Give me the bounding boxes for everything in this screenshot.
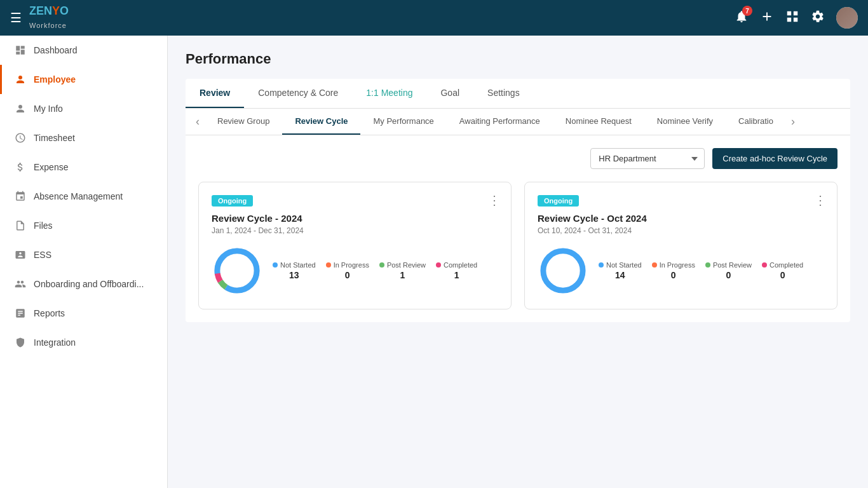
- sub-tab-myperformance[interactable]: My Performance: [360, 109, 446, 135]
- settings-icon[interactable]: [811, 10, 825, 27]
- sub-tab-nomineeverify[interactable]: Nominee Verify: [644, 109, 726, 135]
- card1-inprogress-count: 0: [345, 270, 350, 280]
- notification-button[interactable]: 7: [735, 10, 749, 26]
- svg-point-6: [543, 251, 583, 290]
- menu-icon[interactable]: ☰: [10, 10, 22, 25]
- card1-date: Jan 1, 2024 - Dec 31, 2024: [212, 226, 498, 235]
- tab-review[interactable]: Review: [186, 79, 244, 108]
- avatar[interactable]: [836, 7, 858, 29]
- card1-donut: [212, 245, 262, 296]
- card2-completed-count: 0: [780, 270, 785, 280]
- post-review-dot2: [705, 262, 710, 268]
- card2-legend-notstarted: Not Started 14: [599, 261, 642, 280]
- sidebar-item-expense[interactable]: Expense: [0, 152, 167, 182]
- logo: ZENYO Workforce: [29, 4, 69, 31]
- sidebar-item-ess[interactable]: ESS: [0, 240, 167, 269]
- card1-title: Review Cycle - 2024: [212, 213, 498, 224]
- card2-legend: Not Started 14 In Progress 0: [599, 261, 803, 280]
- card1-legend-completed: Completed 1: [436, 261, 477, 280]
- topbar: ☰ ZENYO Workforce 7: [0, 0, 868, 36]
- card2-postreview-count: 0: [726, 270, 731, 280]
- card2-date: Oct 10, 2024 - Oct 31, 2024: [538, 226, 824, 235]
- sub-tab-reviewcycle[interactable]: Review Cycle: [282, 109, 360, 135]
- department-select[interactable]: HR Department Engineering Sales Marketin…: [590, 148, 705, 169]
- card1-stats: Not Started 13 In Progress 0: [212, 245, 498, 296]
- sidebar-item-employee[interactable]: Employee: [0, 65, 167, 94]
- post-review-dot: [379, 262, 384, 268]
- tab-settings[interactable]: Settings: [473, 79, 534, 108]
- svg-point-1: [18, 105, 22, 109]
- card2-donut: [538, 245, 588, 296]
- sidebar-item-myinfo[interactable]: My Info: [0, 94, 167, 123]
- sub-tab-prev-button[interactable]: ‹: [191, 110, 205, 133]
- sub-tabs: Review Group Review Cycle My Performance…: [205, 109, 786, 135]
- create-adhoc-button[interactable]: Create ad-hoc Review Cycle: [712, 148, 837, 169]
- card1-postreview-count: 1: [400, 270, 405, 280]
- completed-dot: [436, 262, 441, 268]
- sidebar: Dashboard Employee My Info Timesheet Exp…: [0, 36, 168, 488]
- sidebar-item-files[interactable]: Files: [0, 211, 167, 240]
- toolbar: HR Department Engineering Sales Marketin…: [198, 148, 837, 169]
- main-tabs: Review Competency & Core 1:1 Meeting Goa…: [186, 79, 850, 109]
- review-cycle-card-2: Ongoing ⋮ Review Cycle - Oct 2024 Oct 10…: [524, 182, 837, 309]
- sidebar-item-timesheet[interactable]: Timesheet: [0, 123, 167, 152]
- main-content: Performance Review Competency & Core 1:1…: [168, 36, 868, 488]
- card2-legend-postreview: Post Review 0: [705, 261, 752, 280]
- tab-competency[interactable]: Competency & Core: [244, 79, 352, 108]
- not-started-dot: [273, 262, 278, 268]
- svg-point-0: [18, 76, 22, 79]
- sub-tabs-wrapper: ‹ Review Group Review Cycle My Performan…: [186, 109, 850, 135]
- topbar-actions: 7: [735, 7, 858, 29]
- card1-completed-count: 1: [454, 270, 459, 280]
- sidebar-item-onboarding[interactable]: Onboarding and Offboardi...: [0, 269, 167, 299]
- card1-legend-postreview: Post Review 1: [379, 261, 426, 280]
- sidebar-item-absence[interactable]: Absence Management: [0, 182, 167, 211]
- sub-tab-nominee[interactable]: Nominee Request: [553, 109, 644, 135]
- sidebar-item-reports[interactable]: Reports: [0, 299, 167, 328]
- card2-legend-completed: Completed 0: [762, 261, 803, 280]
- tab-goal[interactable]: Goal: [426, 79, 473, 108]
- sidebar-item-dashboard[interactable]: Dashboard: [0, 36, 167, 65]
- sidebar-item-integration[interactable]: Integration: [0, 328, 167, 357]
- card1-legend-inprogress: In Progress 0: [326, 261, 369, 280]
- grid-icon[interactable]: [785, 10, 799, 27]
- notification-badge: 7: [742, 6, 752, 16]
- card2-notstarted-count: 14: [615, 270, 625, 280]
- logo-text: ZENYO Workforce: [29, 4, 69, 31]
- card2-badge: Ongoing: [538, 195, 579, 207]
- not-started-dot2: [599, 262, 604, 268]
- card2-stats: Not Started 14 In Progress 0: [538, 245, 824, 296]
- content-area: HR Department Engineering Sales Marketin…: [186, 135, 850, 322]
- tab-meeting[interactable]: 1:1 Meeting: [352, 79, 426, 108]
- page-title: Performance: [186, 51, 850, 67]
- card2-inprogress-count: 0: [671, 270, 676, 280]
- sub-tab-calibration[interactable]: Calibratio: [726, 109, 786, 135]
- card1-legend: Not Started 13 In Progress 0: [273, 261, 477, 280]
- sub-tab-next-button[interactable]: ›: [786, 110, 800, 133]
- sub-tab-reviewgroup[interactable]: Review Group: [205, 109, 282, 135]
- card2-title: Review Cycle - Oct 2024: [538, 213, 824, 224]
- in-progress-dot: [326, 262, 331, 268]
- card2-legend-inprogress: In Progress 0: [652, 261, 695, 280]
- card1-badge: Ongoing: [212, 195, 253, 207]
- card1-notstarted-count: 13: [289, 270, 299, 280]
- add-icon[interactable]: [760, 10, 774, 27]
- card2-menu-icon[interactable]: ⋮: [814, 193, 827, 208]
- cards-grid: Ongoing ⋮ Review Cycle - 2024 Jan 1, 202…: [198, 182, 837, 309]
- review-cycle-card-1: Ongoing ⋮ Review Cycle - 2024 Jan 1, 202…: [198, 182, 512, 309]
- card1-legend-notstarted: Not Started 13: [273, 261, 316, 280]
- in-progress-dot2: [652, 262, 657, 268]
- completed-dot2: [762, 262, 767, 268]
- card1-menu-icon[interactable]: ⋮: [488, 193, 501, 208]
- sub-tab-awaiting[interactable]: Awaiting Performance: [447, 109, 553, 135]
